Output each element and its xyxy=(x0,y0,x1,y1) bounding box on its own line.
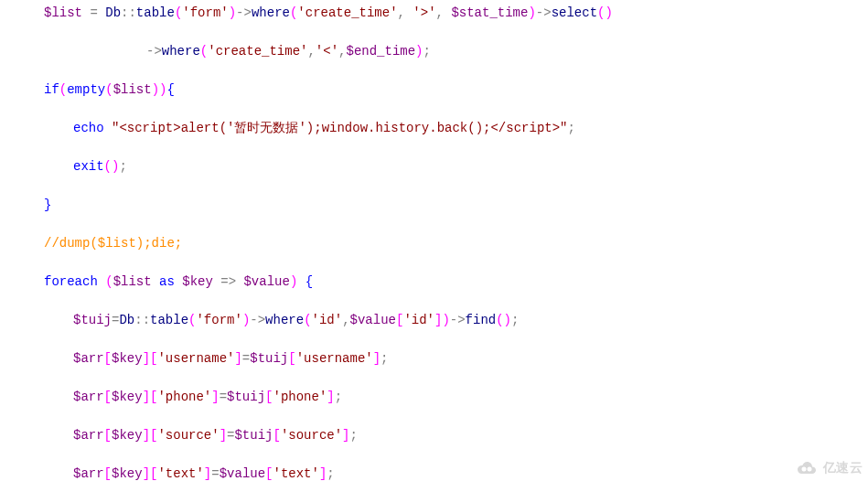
code-line: foreach ($list as $key => $value) { xyxy=(0,273,868,292)
code-line: echo "<script>alert('暂时无数据');window.hist… xyxy=(0,119,868,138)
code-line: } xyxy=(0,196,868,215)
code-line: $arr[$key]['source']=$tuij['source']; xyxy=(0,426,868,445)
code-line: if(empty($list)){ xyxy=(0,80,868,100)
code-line: $arr[$key]['username']=$tuij['username']… xyxy=(0,349,868,369)
code-line: $arr[$key]['text']=$value['text']; xyxy=(0,465,868,481)
code-line: ->where('create_time','<',$end_time); xyxy=(0,42,868,61)
code-block: $list = Db::table('form')->where('create… xyxy=(0,0,868,481)
code-line: $list = Db::table('form')->where('create… xyxy=(0,4,868,23)
code-line: //dump($list);die; xyxy=(0,234,868,253)
code-line: $tuij=Db::table('form')->where('id',$val… xyxy=(0,311,868,330)
code-line: exit(); xyxy=(0,157,868,176)
code-line: $arr[$key]['phone']=$tuij['phone']; xyxy=(0,388,868,407)
